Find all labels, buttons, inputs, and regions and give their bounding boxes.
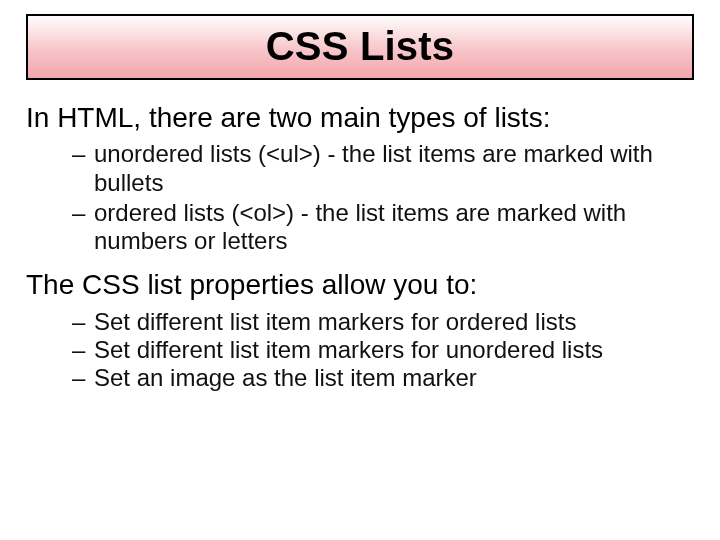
lead-1: In HTML, there are two main types of lis… [26,102,694,134]
list-item: unordered lists (<ul>) - the list items … [72,140,694,197]
sublist-1: unordered lists (<ul>) - the list items … [72,140,694,255]
slide-title: CSS Lists [26,14,694,80]
sublist-2: Set different list item markers for orde… [72,308,694,393]
slide: CSS Lists In HTML, there are two main ty… [0,0,720,540]
list-item: Set an image as the list item marker [72,364,694,392]
list-item: Set different list item markers for orde… [72,308,694,336]
lead-2: The CSS list properties allow you to: [26,269,694,301]
list-item: Set different list item markers for unor… [72,336,694,364]
list-item: ordered lists (<ol>) - the list items ar… [72,199,694,256]
slide-body: In HTML, there are two main types of lis… [26,102,694,393]
